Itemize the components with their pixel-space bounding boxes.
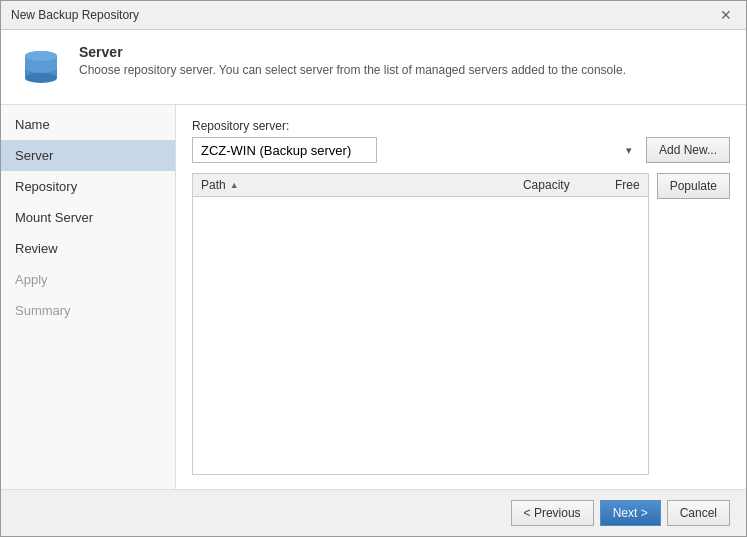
sidebar-item-apply: Apply [1, 264, 175, 295]
sidebar-item-name[interactable]: Name [1, 109, 175, 140]
header-description: Choose repository server. You can select… [79, 63, 626, 77]
svg-point-6 [25, 63, 57, 73]
sidebar: Name Server Repository Mount Server Revi… [1, 105, 176, 489]
title-bar: New Backup Repository ✕ [1, 1, 746, 30]
add-new-button[interactable]: Add New... [646, 137, 730, 163]
header-title: Server [79, 44, 626, 60]
sidebar-item-server[interactable]: Server [1, 140, 175, 171]
sidebar-item-repository[interactable]: Repository [1, 171, 175, 202]
table-body [193, 197, 648, 474]
header-text: Server Choose repository server. You can… [79, 44, 626, 77]
table-buttons: Populate [657, 173, 730, 475]
content-area: Repository server: ZCZ-WIN (Backup serve… [176, 105, 746, 489]
header-section: Server Choose repository server. You can… [1, 30, 746, 105]
dialog: New Backup Repository ✕ Server Choose re… [0, 0, 747, 537]
server-svg-icon [19, 46, 63, 90]
sidebar-item-mount-server[interactable]: Mount Server [1, 202, 175, 233]
column-header-free: Free [570, 178, 640, 192]
sort-arrow-icon: ▲ [230, 180, 239, 190]
close-button[interactable]: ✕ [716, 7, 736, 23]
svg-point-3 [25, 51, 57, 61]
repo-server-label: Repository server: [192, 119, 730, 133]
server-icon [17, 44, 65, 92]
paths-table: Path ▲ Capacity Free [192, 173, 649, 475]
previous-button[interactable]: < Previous [511, 500, 594, 526]
populate-button[interactable]: Populate [657, 173, 730, 199]
main-content: Name Server Repository Mount Server Revi… [1, 105, 746, 489]
repo-server-dropdown-wrapper: ZCZ-WIN (Backup server) [192, 137, 638, 163]
sidebar-item-summary: Summary [1, 295, 175, 326]
column-header-capacity: Capacity [480, 178, 570, 192]
sidebar-item-review[interactable]: Review [1, 233, 175, 264]
svg-point-5 [25, 73, 57, 83]
dialog-title: New Backup Repository [11, 8, 139, 22]
table-area: Path ▲ Capacity Free Populate [192, 173, 730, 475]
cancel-button[interactable]: Cancel [667, 500, 730, 526]
next-button[interactable]: Next > [600, 500, 661, 526]
footer: < Previous Next > Cancel [1, 489, 746, 536]
dropdown-row: ZCZ-WIN (Backup server) Add New... [192, 137, 730, 163]
table-header: Path ▲ Capacity Free [193, 174, 648, 197]
column-header-path: Path ▲ [201, 178, 480, 192]
repo-server-select[interactable]: ZCZ-WIN (Backup server) [192, 137, 377, 163]
